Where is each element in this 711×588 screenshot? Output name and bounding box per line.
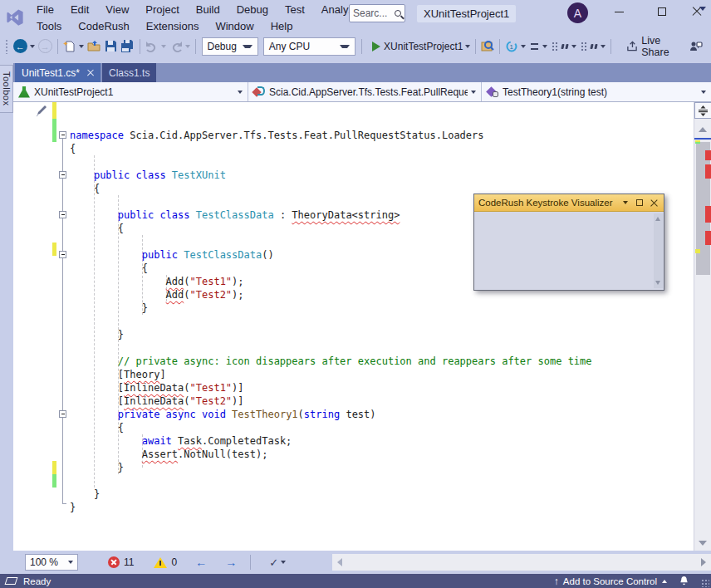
- close-button[interactable]: [683, 0, 711, 23]
- edit-marker-icon: [35, 105, 47, 117]
- prev-issue-button[interactable]: ←: [195, 556, 207, 569]
- start-debugging-button[interactable]: XUnitTestProject1: [367, 37, 470, 56]
- code-token: test): [340, 409, 375, 420]
- overlay-title-bar[interactable]: CodeRush Keystroke Visualizer: [474, 194, 664, 212]
- fold-collapse-button[interactable]: [59, 131, 66, 139]
- breadcrumb-caret[interactable]: [238, 91, 243, 94]
- fold-collapse-button[interactable]: [59, 251, 66, 258]
- coderush-toggle-1[interactable]: [529, 37, 547, 56]
- minimize-button[interactable]: [605, 0, 633, 23]
- quotes-icon: [591, 44, 596, 49]
- source-control-caret[interactable]: [662, 580, 667, 583]
- save-all-button[interactable]: [120, 37, 135, 56]
- next-issue-button[interactable]: →: [225, 556, 237, 569]
- navigate-forward-button[interactable]: →: [38, 37, 52, 56]
- toolbox-tab[interactable]: Toolbox: [0, 65, 13, 113]
- live-share-button[interactable]: Live Share: [626, 37, 688, 56]
- code-token: (: [184, 395, 189, 407]
- new-file-button[interactable]: [63, 37, 84, 56]
- warning-icon[interactable]: [154, 557, 167, 568]
- open-file-button[interactable]: [87, 37, 101, 56]
- account-avatar[interactable]: A: [567, 2, 588, 23]
- breadcrumb-segment-1[interactable]: Scia.Cid.AppServer.Tfs.Tests.Feat.PullRe…: [248, 82, 482, 101]
- coderush-keystroke-visualizer-window[interactable]: CodeRush Keystroke Visualizer: [473, 194, 664, 291]
- overlay-scroll-up-icon: [655, 217, 660, 221]
- code-token: // private async: icon disappears after …: [118, 355, 592, 367]
- menu-project[interactable]: Project: [137, 2, 187, 17]
- overlay-float-button[interactable]: [634, 197, 645, 208]
- menu-window[interactable]: Window: [207, 18, 262, 34]
- menu-debug[interactable]: Debug: [228, 2, 277, 17]
- code-token: Assert: [142, 448, 178, 460]
- menu-file[interactable]: File: [28, 2, 62, 17]
- search-input[interactable]: Searc...: [349, 4, 405, 22]
- breadcrumb-segment-0[interactable]: XUnitTestProject1: [13, 82, 248, 101]
- document-list-caret[interactable]: [699, 7, 706, 11]
- save-all-icon: [120, 40, 135, 53]
- toggle3-caret: [601, 45, 606, 48]
- toolbar-grip[interactable]: [5, 39, 9, 54]
- vertical-scrollbar[interactable]: [694, 102, 711, 551]
- status-bar: Ready ↑ Add to Source Control: [0, 574, 711, 588]
- code-token: Add: [166, 289, 184, 301]
- tab-close-icon[interactable]: [86, 69, 94, 76]
- code-metrics-button[interactable]: 1: [505, 37, 526, 56]
- fold-collapse-button[interactable]: [59, 410, 66, 418]
- menu-test[interactable]: Test: [277, 2, 313, 17]
- breadcrumb-segment-2[interactable]: TestTheory1(string test): [482, 82, 711, 101]
- code-token: }: [70, 488, 100, 500]
- code-cleanup-button[interactable]: ✓: [269, 556, 278, 569]
- scroll-left-icon[interactable]: [337, 558, 342, 566]
- menu-view[interactable]: View: [97, 2, 137, 17]
- menu-edit[interactable]: Edit: [62, 2, 97, 17]
- code-token: await: [142, 435, 172, 447]
- add-to-source-control-button[interactable]: Add to Source Control: [563, 576, 657, 586]
- breadcrumb-caret[interactable]: [701, 91, 706, 94]
- horizontal-scrollbar[interactable]: [332, 554, 711, 571]
- editor-splitter-handle[interactable]: [694, 102, 711, 119]
- save-button[interactable]: [105, 37, 117, 56]
- menu-build[interactable]: Build: [188, 2, 228, 17]
- code-token: namespace: [70, 130, 130, 141]
- overlay-menu-button[interactable]: [620, 197, 631, 208]
- code-cleanup-caret[interactable]: [281, 561, 286, 564]
- menu-extensions[interactable]: Extensions: [138, 18, 208, 34]
- solution-configuration-dropdown[interactable]: Debug: [202, 37, 258, 56]
- menu-tools[interactable]: Tools: [28, 18, 70, 34]
- menu-help[interactable]: Help: [262, 18, 302, 34]
- resize-grip[interactable]: [701, 579, 709, 587]
- fold-collapse-button[interactable]: [59, 211, 66, 218]
- fold-collapse-button[interactable]: [59, 171, 66, 179]
- zoom-dropdown[interactable]: 100 %: [25, 554, 78, 571]
- undo-button[interactable]: [145, 37, 166, 56]
- feedback-icon: [689, 40, 703, 52]
- redo-button[interactable]: [169, 37, 190, 56]
- toggle1-caret: [542, 45, 547, 48]
- tab-class1-ts[interactable]: Class1.ts: [102, 63, 156, 82]
- code-token: [172, 435, 178, 447]
- code-line: }: [70, 328, 592, 341]
- overlay-scrollbar[interactable]: [654, 213, 663, 288]
- menu-coderush[interactable]: CodeRush: [70, 18, 137, 34]
- maximize-button[interactable]: [648, 0, 676, 23]
- code-token: [130, 169, 135, 181]
- code-token: private: [118, 409, 160, 420]
- solution-platform-dropdown[interactable]: Any CPU: [263, 37, 356, 56]
- feedback-button[interactable]: [689, 37, 703, 56]
- code-editor[interactable]: namespace Scia.Cid.AppServer.Tfs.Tests.F…: [13, 102, 711, 551]
- scroll-right-icon[interactable]: [701, 558, 706, 566]
- code-text[interactable]: namespace Scia.Cid.AppServer.Tfs.Tests.F…: [70, 129, 592, 514]
- code-token: [70, 435, 142, 447]
- breadcrumb-caret[interactable]: [471, 91, 476, 94]
- tab-unittest1-cs-[interactable]: UnitTest1.cs*: [15, 63, 101, 82]
- coderush-toggle-2[interactable]: [551, 37, 576, 56]
- error-icon[interactable]: [108, 556, 120, 568]
- coderush-toggle-3[interactable]: [580, 37, 606, 56]
- overlay-close-button[interactable]: [648, 197, 660, 208]
- navigate-back-button[interactable]: ←: [13, 37, 35, 56]
- find-in-files-button[interactable]: [481, 37, 494, 56]
- notifications-bell-icon[interactable]: [679, 576, 689, 586]
- scroll-down-icon[interactable]: [699, 541, 707, 546]
- scroll-up-icon[interactable]: [699, 127, 707, 132]
- zoom-value: 100 %: [30, 556, 58, 568]
